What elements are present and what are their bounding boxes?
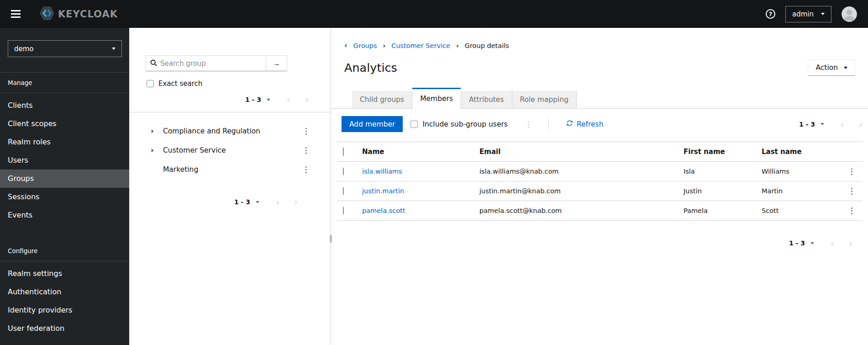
table-header-row: Name Email First name Last name <box>337 142 863 162</box>
member-name-link[interactable]: isla.williams <box>362 168 402 175</box>
table-row: isla.williams isla.williams@knab.com Isl… <box>337 162 863 181</box>
refresh-button[interactable]: Refresh <box>566 120 604 128</box>
kebab-menu-icon[interactable] <box>303 166 310 173</box>
tab-child-groups[interactable]: Child groups <box>352 91 412 108</box>
group-name[interactable]: Compliance and Regulation <box>163 127 260 135</box>
divider <box>548 118 549 130</box>
nav-toggle-button[interactable] <box>11 10 21 18</box>
breadcrumb-current: Group details <box>465 42 509 49</box>
pagination-prev-button[interactable]: ‹ <box>287 95 290 104</box>
include-subgroup-checkbox[interactable] <box>410 121 418 128</box>
include-subgroup-label: Include sub-group users <box>422 120 508 128</box>
table-row: justin.martin justin.martin@knab.com Jus… <box>337 181 863 201</box>
table-row: pamela.scott pamela.scott@knab.com Pamel… <box>337 201 863 221</box>
help-icon[interactable]: ? <box>766 9 775 19</box>
tab-role-mapping[interactable]: Role mapping <box>512 91 577 108</box>
avatar[interactable] <box>842 6 857 22</box>
sidebar-item-sessions[interactable]: Sessions <box>0 188 129 206</box>
breadcrumb: ‹ Groups › Customer Service › Group deta… <box>331 28 868 49</box>
breadcrumb-separator-icon: › <box>456 42 459 49</box>
pagination-next-button[interactable]: › <box>859 120 863 129</box>
search-icon <box>150 59 157 68</box>
pagination-next-button[interactable]: › <box>294 197 298 207</box>
page-title: Analytics <box>344 61 397 74</box>
pagination-range: 1 - 3 <box>245 96 261 103</box>
sidebar-item-client-scopes[interactable]: Client scopes <box>0 115 129 133</box>
pagination-next-button[interactable]: › <box>305 95 309 104</box>
back-icon[interactable]: ‹ <box>344 42 347 49</box>
pagination-options-toggle[interactable] <box>256 201 259 203</box>
panel-resize-handle[interactable] <box>330 235 332 243</box>
members-pagination-top: 1 - 3 ‹ › <box>799 119 863 130</box>
sidebar-item-identity-providers[interactable]: Identity providers <box>0 301 129 319</box>
caret-down-icon <box>267 99 270 101</box>
chevron-right-icon[interactable]: › <box>151 147 157 154</box>
group-tree-item: › Customer Service <box>129 141 331 160</box>
pagination-options-toggle[interactable] <box>267 99 270 101</box>
sidebar-item-user-federation[interactable]: User federation <box>0 319 129 338</box>
row-kebab-menu-icon[interactable] <box>848 168 855 175</box>
brand-logo[interactable]: KEYCLOAK <box>39 5 118 23</box>
sidebar-item-groups[interactable]: Groups <box>0 170 129 188</box>
action-dropdown-label: Action <box>815 64 838 72</box>
search-group-input[interactable] <box>146 55 266 71</box>
keycloak-admin-console: KEYCLOAK ? admin demo <box>0 0 868 345</box>
column-header-first-name: First name <box>678 148 756 156</box>
caret-down-icon <box>256 201 259 203</box>
caret-down-icon <box>112 48 116 50</box>
exact-search-label: Exact search <box>158 80 202 88</box>
realm-selector[interactable]: demo <box>8 40 122 57</box>
chevron-right-icon[interactable]: › <box>151 127 157 135</box>
pagination-options-toggle[interactable] <box>810 242 814 244</box>
tab-members[interactable]: Members <box>412 88 461 109</box>
column-header-name: Name <box>357 148 474 156</box>
sidebar-item-realm-settings[interactable]: Realm settings <box>0 265 129 283</box>
search-submit-button[interactable]: → <box>266 55 287 71</box>
pagination-prev-button[interactable]: ‹ <box>276 197 279 207</box>
breadcrumb-separator-icon: › <box>383 42 386 49</box>
sidebar-item-clients[interactable]: Clients <box>0 96 129 115</box>
pagination-next-button[interactable]: › <box>849 239 852 248</box>
row-checkbox[interactable] <box>343 187 344 195</box>
member-name-link[interactable]: pamela.scott <box>362 207 405 214</box>
group-tabs: Child groups Members Attributes Role map… <box>331 88 868 109</box>
add-member-button[interactable]: Add member <box>342 116 403 132</box>
sidebar-item-events[interactable]: Events <box>0 206 129 224</box>
select-all-checkbox[interactable] <box>343 148 344 156</box>
member-email: pamela.scott@knab.com <box>474 207 678 214</box>
pagination-prev-button[interactable]: ‹ <box>831 239 834 248</box>
tree-pagination-bottom: 1 - 3 ‹ › <box>129 196 331 207</box>
breadcrumb-link-groups[interactable]: Groups <box>353 42 377 49</box>
masthead: KEYCLOAK ? admin <box>0 0 868 28</box>
group-tree-item: › Marketing <box>129 160 331 179</box>
member-name-link[interactable]: justin.martin <box>362 187 404 195</box>
tab-attributes[interactable]: Attributes <box>461 91 512 108</box>
row-checkbox[interactable] <box>343 168 344 175</box>
group-name[interactable]: Marketing <box>163 165 198 174</box>
toolbar-kebab-menu-icon[interactable] <box>525 121 532 128</box>
nav-section-manage: Manage <box>0 73 129 93</box>
kebab-menu-icon[interactable] <box>303 127 310 135</box>
pagination-prev-button[interactable]: ‹ <box>841 120 844 129</box>
sidebar-item-users[interactable]: Users <box>0 151 129 170</box>
pagination-range: 1 - 3 <box>799 121 815 128</box>
nav-section-configure: Configure <box>0 241 129 261</box>
members-toolbar: Add member Include sub-group users Refre… <box>331 116 868 132</box>
group-tree-panel: → Exact search 1 - 3 ‹ › › Compliance an… <box>129 28 331 345</box>
exact-search-checkbox[interactable] <box>147 80 154 87</box>
group-name[interactable]: Customer Service <box>163 146 226 154</box>
row-kebab-menu-icon[interactable] <box>848 207 855 214</box>
sidebar-item-authentication[interactable]: Authentication <box>0 283 129 301</box>
row-checkbox[interactable] <box>343 207 344 214</box>
row-kebab-menu-icon[interactable] <box>848 187 855 195</box>
sidebar-item-realm-roles[interactable]: Realm roles <box>0 133 129 151</box>
caret-down-icon <box>844 67 847 69</box>
members-pagination-bottom: 1 - 3 ‹ › <box>331 238 868 249</box>
user-menu-dropdown[interactable]: admin <box>785 6 831 22</box>
breadcrumb-link-customer-service[interactable]: Customer Service <box>391 42 450 49</box>
kebab-menu-icon[interactable] <box>303 147 310 154</box>
keycloak-logo-icon <box>39 5 55 23</box>
member-first-name: Isla <box>678 168 756 175</box>
action-dropdown[interactable]: Action <box>808 59 855 76</box>
pagination-options-toggle[interactable] <box>821 123 824 125</box>
